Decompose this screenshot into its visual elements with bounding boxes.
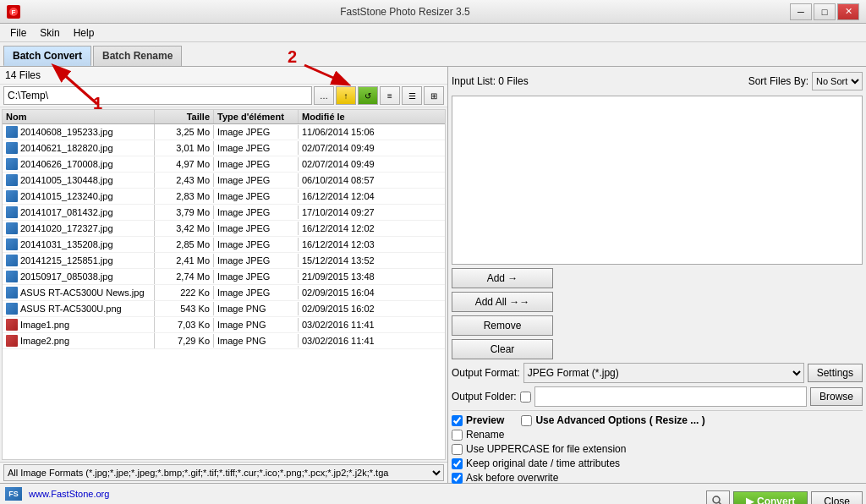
menu-file[interactable]: File: [3, 25, 33, 41]
file-date: 02/07/2014 09:49: [299, 157, 417, 171]
browse-folder-button[interactable]: …: [314, 86, 334, 105]
rename-label: Rename: [466, 429, 504, 441]
folder-input[interactable]: [534, 386, 807, 407]
advanced-label[interactable]: Use Advanced Options ( Resize ... ): [521, 414, 704, 426]
file-name: 20140626_170008.jpg: [20, 159, 113, 169]
view-list-button[interactable]: ≡: [380, 86, 400, 105]
settings-button[interactable]: Settings: [808, 364, 863, 382]
title-bar: F FastStone Photo Resizer 3.5 ─ □ ✕: [0, 0, 866, 24]
tab-batch-rename[interactable]: Batch Rename: [93, 46, 182, 66]
file-name: 20140608_195233.jpg: [20, 127, 113, 137]
file-type: Image JPEG: [214, 189, 299, 203]
table-row[interactable]: Image1.png 7,03 Ko Image PNG 03/02/2016 …: [3, 317, 445, 333]
file-date: 02/07/2014 09:49: [299, 141, 417, 155]
table-row[interactable]: 20150917_085038.jpg 2,74 Mo Image JPEG 2…: [3, 269, 445, 285]
file-icon: [6, 190, 18, 202]
format-filter-select[interactable]: All Image Formats (*.jpg;*.jpe;*.jpeg;*.…: [3, 464, 444, 481]
folder-up-button[interactable]: ↑: [336, 86, 356, 105]
close-button[interactable]: Close: [811, 491, 863, 504]
option-keep-date: Keep original date / time attributes: [452, 457, 863, 469]
convert-button[interactable]: ▶ Convert: [733, 491, 808, 504]
maximize-button[interactable]: □: [814, 3, 836, 20]
overwrite-checkbox[interactable]: [452, 473, 463, 484]
file-date: 03/02/2016 11:41: [299, 318, 417, 331]
close-window-button[interactable]: ✕: [837, 3, 859, 20]
status-url[interactable]: www.FastStone.org: [29, 489, 109, 499]
input-list-area[interactable]: [452, 96, 863, 265]
minimize-button[interactable]: ─: [790, 3, 812, 20]
file-size: 2,83 Mo: [155, 189, 214, 203]
table-row[interactable]: 20140626_170008.jpg 4,97 Mo Image JPEG 0…: [3, 156, 445, 173]
input-list-header: Input List: 0 Files Sort Files By: No So…: [452, 70, 863, 92]
file-size: 2,85 Mo: [155, 238, 214, 251]
col-header-type[interactable]: Type d'élément: [214, 110, 299, 123]
file-type: Image PNG: [214, 302, 299, 315]
table-row[interactable]: 20141215_125851.jpg 2,41 Mo Image JPEG 1…: [3, 253, 445, 269]
table-row[interactable]: ASUS RT-AC5300U.png 543 Ko Image PNG 02/…: [3, 301, 445, 317]
file-type: Image JPEG: [214, 286, 299, 299]
preview-checkbox[interactable]: [452, 415, 463, 426]
path-input[interactable]: [3, 86, 312, 105]
tab-batch-convert[interactable]: Batch Convert: [3, 46, 91, 66]
file-size: 222 Ko: [155, 286, 214, 299]
file-icon: [6, 319, 18, 331]
file-list-container[interactable]: Nom Taille Type d'élément Modifié le 201…: [2, 109, 446, 460]
file-icon: [6, 126, 18, 138]
advanced-checkbox[interactable]: [521, 415, 532, 426]
keep-date-checkbox[interactable]: [452, 458, 463, 469]
preview-label[interactable]: Preview: [452, 414, 504, 426]
table-row[interactable]: 20141005_130448.jpg 2,43 Mo Image JPEG 0…: [3, 173, 445, 189]
menu-skin[interactable]: Skin: [33, 25, 66, 41]
table-row[interactable]: Image2.png 7,29 Ko Image PNG 03/02/2016 …: [3, 333, 445, 349]
table-row[interactable]: 20140621_182820.jpg 3,01 Mo Image JPEG 0…: [3, 140, 445, 156]
file-name: Image1.png: [20, 320, 69, 330]
table-row[interactable]: ASUS RT-AC5300U News.jpg 222 Ko Image JP…: [3, 285, 445, 301]
file-count: 14 Files: [5, 69, 41, 81]
status-icon: FS: [5, 487, 22, 501]
file-date: 15/12/2014 13:52: [299, 254, 417, 267]
table-row[interactable]: 20140608_195233.jpg 3,25 Mo Image JPEG 1…: [3, 124, 445, 140]
file-type: Image JPEG: [214, 205, 299, 219]
col-header-size[interactable]: Taille: [155, 110, 214, 123]
file-type: Image JPEG: [214, 173, 299, 187]
rename-checkbox[interactable]: [452, 430, 463, 441]
output-folder-checkbox[interactable]: [520, 392, 531, 403]
menu-help[interactable]: Help: [67, 25, 101, 41]
file-size: 3,25 Mo: [155, 125, 214, 139]
file-icon: [6, 142, 18, 154]
file-type: Image JPEG: [214, 222, 299, 235]
right-panel: Input List: 0 Files Sort Files By: No So…: [448, 67, 866, 483]
remove-button[interactable]: Remove: [452, 315, 553, 336]
file-date: 21/09/2015 13:48: [299, 270, 417, 283]
view-icons-button[interactable]: ⊞: [424, 86, 444, 105]
bottom-buttons: ▶ Convert Close: [452, 487, 863, 504]
preview-row: Preview Use Advanced Options ( Resize ..…: [452, 414, 863, 426]
col-header-name[interactable]: Nom: [3, 110, 155, 123]
browse-button[interactable]: Browse: [810, 387, 863, 406]
file-size: 543 Ko: [155, 302, 214, 315]
add-all-button[interactable]: Add All →→: [452, 292, 553, 312]
search-button[interactable]: [706, 490, 730, 504]
file-name: 20141020_172327.jpg: [20, 223, 113, 233]
add-button[interactable]: Add →: [452, 268, 553, 288]
file-date: 11/06/2014 15:06: [299, 125, 417, 139]
table-row[interactable]: 20141017_081432.jpg 3,79 Mo Image JPEG 1…: [3, 205, 445, 221]
table-row[interactable]: 20141020_172327.jpg 3,42 Mo Image JPEG 1…: [3, 221, 445, 237]
clear-button[interactable]: Clear: [452, 339, 553, 359]
uppercase-label: Use UPPERCASE for file extension: [466, 443, 626, 455]
view-details-button[interactable]: ☰: [402, 86, 422, 105]
output-format-select[interactable]: JPEG Format (*.jpg) PNG Format (*.png) B…: [523, 363, 804, 383]
table-row[interactable]: 20141031_135208.jpg 2,85 Mo Image JPEG 1…: [3, 237, 445, 253]
col-header-date[interactable]: Modifié le: [299, 110, 417, 123]
uppercase-checkbox[interactable]: [452, 444, 463, 455]
window-controls: ─ □ ✕: [790, 3, 859, 20]
sort-select[interactable]: No Sort Name Date Size: [812, 72, 863, 90]
svg-point-6: [713, 496, 720, 503]
file-icon: [6, 222, 18, 234]
table-row[interactable]: 20141015_123240.jpg 2,83 Mo Image JPEG 1…: [3, 189, 445, 205]
file-icon: [6, 158, 18, 170]
refresh-button[interactable]: ↺: [358, 86, 378, 105]
file-type: Image JPEG: [214, 270, 299, 283]
keep-date-label: Keep original date / time attributes: [466, 457, 620, 469]
file-list: 20140608_195233.jpg 3,25 Mo Image JPEG 1…: [3, 124, 445, 349]
